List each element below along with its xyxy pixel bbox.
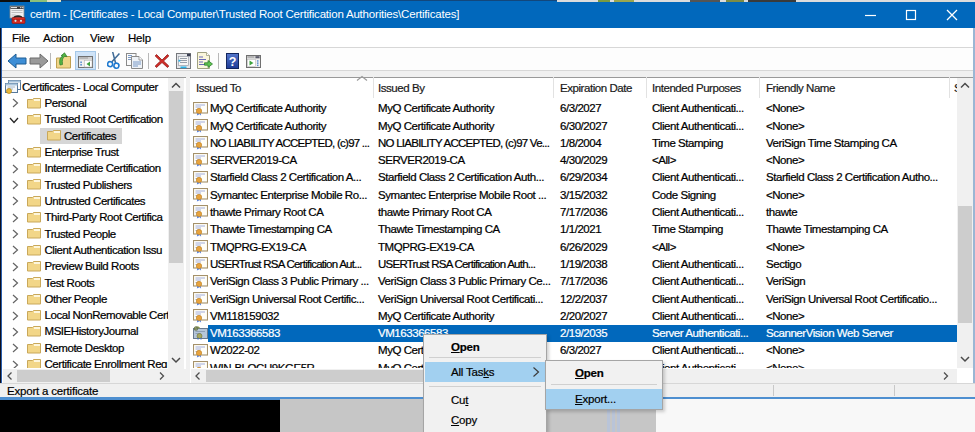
svg-text:?: ? [228,54,236,68]
